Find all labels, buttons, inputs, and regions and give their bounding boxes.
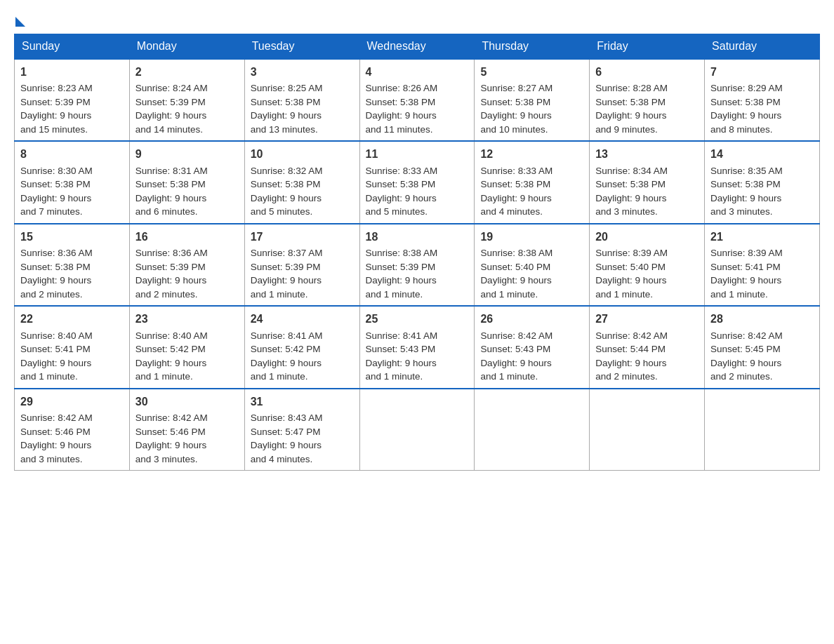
calendar-cell: 11Sunrise: 8:33 AMSunset: 5:38 PMDayligh…	[359, 141, 475, 223]
day-number: 15	[20, 229, 124, 245]
day-number: 16	[135, 229, 239, 245]
calendar-cell: 16Sunrise: 8:36 AMSunset: 5:39 PMDayligh…	[129, 224, 244, 306]
weekday-header-tuesday: Tuesday	[244, 34, 359, 60]
calendar-cell: 8Sunrise: 8:30 AMSunset: 5:38 PMDaylight…	[15, 141, 130, 223]
weekday-header-monday: Monday	[129, 34, 244, 60]
day-number: 25	[366, 311, 469, 327]
day-number: 11	[366, 146, 469, 162]
day-number: 7	[710, 64, 814, 80]
calendar-cell: 14Sunrise: 8:35 AMSunset: 5:38 PMDayligh…	[705, 141, 820, 223]
day-number: 6	[595, 64, 699, 80]
calendar-cell: 5Sunrise: 8:27 AMSunset: 5:38 PMDaylight…	[475, 59, 590, 141]
calendar-week-row: 15Sunrise: 8:36 AMSunset: 5:38 PMDayligh…	[15, 224, 820, 306]
day-number: 14	[710, 146, 814, 162]
weekday-header-saturday: Saturday	[705, 34, 820, 60]
calendar-cell	[590, 389, 705, 471]
calendar-cell: 18Sunrise: 8:38 AMSunset: 5:39 PMDayligh…	[359, 224, 475, 306]
day-number: 26	[480, 311, 583, 327]
logo	[14, 14, 25, 27]
calendar-cell: 4Sunrise: 8:26 AMSunset: 5:38 PMDaylight…	[359, 59, 475, 141]
day-number: 13	[595, 146, 699, 162]
day-number: 4	[366, 64, 469, 80]
calendar-cell: 13Sunrise: 8:34 AMSunset: 5:38 PMDayligh…	[590, 141, 705, 223]
day-number: 30	[135, 394, 239, 410]
calendar-cell: 28Sunrise: 8:42 AMSunset: 5:45 PMDayligh…	[705, 306, 820, 388]
calendar-cell: 22Sunrise: 8:40 AMSunset: 5:41 PMDayligh…	[15, 306, 130, 388]
calendar-week-row: 1Sunrise: 8:23 AMSunset: 5:39 PMDaylight…	[15, 59, 820, 141]
calendar-cell: 3Sunrise: 8:25 AMSunset: 5:38 PMDaylight…	[244, 59, 359, 141]
weekday-header-sunday: Sunday	[15, 34, 130, 60]
day-number: 10	[251, 146, 354, 162]
calendar-table: SundayMondayTuesdayWednesdayThursdayFrid…	[14, 34, 820, 471]
calendar-cell	[359, 389, 475, 471]
day-number: 24	[251, 311, 354, 327]
logo-triangle-icon	[15, 17, 25, 27]
calendar-cell: 1Sunrise: 8:23 AMSunset: 5:39 PMDaylight…	[15, 59, 130, 141]
day-number: 2	[135, 64, 239, 80]
day-number: 12	[480, 146, 583, 162]
day-number: 22	[20, 311, 124, 327]
calendar-cell: 17Sunrise: 8:37 AMSunset: 5:39 PMDayligh…	[244, 224, 359, 306]
calendar-cell: 10Sunrise: 8:32 AMSunset: 5:38 PMDayligh…	[244, 141, 359, 223]
calendar-cell: 15Sunrise: 8:36 AMSunset: 5:38 PMDayligh…	[15, 224, 130, 306]
calendar-cell: 23Sunrise: 8:40 AMSunset: 5:42 PMDayligh…	[129, 306, 244, 388]
calendar-cell: 2Sunrise: 8:24 AMSunset: 5:39 PMDaylight…	[129, 59, 244, 141]
calendar-week-row: 8Sunrise: 8:30 AMSunset: 5:38 PMDaylight…	[15, 141, 820, 223]
day-number: 23	[135, 311, 239, 327]
calendar-cell: 20Sunrise: 8:39 AMSunset: 5:40 PMDayligh…	[590, 224, 705, 306]
day-number: 17	[251, 229, 354, 245]
page-header	[14, 14, 820, 27]
calendar-cell	[475, 389, 590, 471]
calendar-cell: 30Sunrise: 8:42 AMSunset: 5:46 PMDayligh…	[129, 389, 244, 471]
calendar-cell	[705, 389, 820, 471]
calendar-week-row: 29Sunrise: 8:42 AMSunset: 5:46 PMDayligh…	[15, 389, 820, 471]
calendar-week-row: 22Sunrise: 8:40 AMSunset: 5:41 PMDayligh…	[15, 306, 820, 388]
calendar-cell: 6Sunrise: 8:28 AMSunset: 5:38 PMDaylight…	[590, 59, 705, 141]
day-number: 5	[480, 64, 583, 80]
calendar-cell: 27Sunrise: 8:42 AMSunset: 5:44 PMDayligh…	[590, 306, 705, 388]
day-number: 28	[710, 311, 814, 327]
day-number: 9	[135, 146, 239, 162]
calendar-cell: 31Sunrise: 8:43 AMSunset: 5:47 PMDayligh…	[244, 389, 359, 471]
calendar-cell: 25Sunrise: 8:41 AMSunset: 5:43 PMDayligh…	[359, 306, 475, 388]
calendar-cell: 7Sunrise: 8:29 AMSunset: 5:38 PMDaylight…	[705, 59, 820, 141]
calendar-cell: 24Sunrise: 8:41 AMSunset: 5:42 PMDayligh…	[244, 306, 359, 388]
calendar-header-row: SundayMondayTuesdayWednesdayThursdayFrid…	[15, 34, 820, 60]
weekday-header-thursday: Thursday	[475, 34, 590, 60]
calendar-cell: 19Sunrise: 8:38 AMSunset: 5:40 PMDayligh…	[475, 224, 590, 306]
weekday-header-wednesday: Wednesday	[359, 34, 475, 60]
day-number: 29	[20, 394, 124, 410]
day-number: 20	[595, 229, 699, 245]
calendar-cell: 21Sunrise: 8:39 AMSunset: 5:41 PMDayligh…	[705, 224, 820, 306]
day-number: 1	[20, 64, 124, 80]
calendar-cell: 29Sunrise: 8:42 AMSunset: 5:46 PMDayligh…	[15, 389, 130, 471]
calendar-cell: 26Sunrise: 8:42 AMSunset: 5:43 PMDayligh…	[475, 306, 590, 388]
day-number: 27	[595, 311, 699, 327]
calendar-cell: 9Sunrise: 8:31 AMSunset: 5:38 PMDaylight…	[129, 141, 244, 223]
day-number: 18	[366, 229, 469, 245]
day-number: 31	[251, 394, 354, 410]
weekday-header-friday: Friday	[590, 34, 705, 60]
day-number: 21	[710, 229, 814, 245]
day-number: 3	[251, 64, 354, 80]
day-number: 19	[480, 229, 583, 245]
calendar-cell: 12Sunrise: 8:33 AMSunset: 5:38 PMDayligh…	[475, 141, 590, 223]
day-number: 8	[20, 146, 124, 162]
